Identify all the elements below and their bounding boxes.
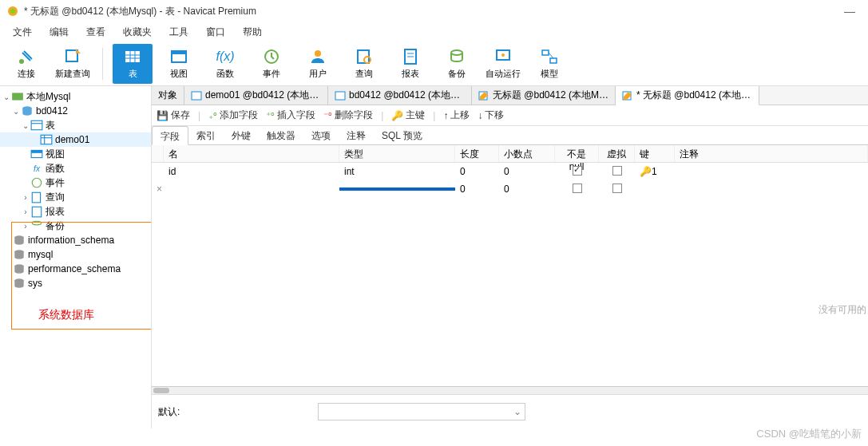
connection-icon bbox=[11, 91, 24, 102]
menu-edit[interactable]: 编辑 bbox=[42, 24, 77, 41]
cell-name[interactable] bbox=[164, 187, 339, 191]
horizontal-scrollbar[interactable] bbox=[152, 386, 868, 394]
tree-views[interactable]: 视图 bbox=[0, 147, 151, 161]
function-icon: f(x) bbox=[216, 47, 235, 66]
checkbox-icon[interactable] bbox=[612, 184, 622, 193]
cell-decimal[interactable]: 0 bbox=[499, 164, 555, 179]
menu-view[interactable]: 查看 bbox=[78, 24, 113, 41]
table-row[interactable]: id int 0 0 🔑1 bbox=[152, 163, 868, 180]
minimize-button[interactable]: — bbox=[838, 5, 862, 18]
subtab-fields[interactable]: 字段 bbox=[152, 126, 188, 145]
toolbar-autorun[interactable]: 自动运行 bbox=[483, 44, 523, 84]
tree-connection[interactable]: ⌄ 本地Mysql bbox=[0, 89, 151, 104]
subtab-comment[interactable]: 注释 bbox=[339, 126, 374, 144]
col-name[interactable]: 名 bbox=[164, 145, 339, 162]
menu-window[interactable]: 窗口 bbox=[198, 24, 233, 41]
cell-comment[interactable] bbox=[675, 170, 868, 173]
toolbar-connect[interactable]: 连接 bbox=[6, 44, 46, 84]
tree-database[interactable]: ⌄ bd0412 bbox=[0, 104, 151, 118]
toolbar-backup[interactable]: 备份 bbox=[437, 44, 477, 84]
move-up-button[interactable]: ↑上移 bbox=[443, 109, 470, 122]
newquery-icon bbox=[63, 47, 82, 66]
svg-point-1 bbox=[10, 9, 15, 14]
table-row[interactable]: × 0 0 bbox=[152, 180, 868, 198]
chevron-down-icon[interactable]: ⌄ bbox=[11, 107, 21, 116]
toolbar-user[interactable]: 用户 bbox=[298, 44, 338, 84]
move-down-button[interactable]: ↓下移 bbox=[478, 109, 504, 122]
checkbox-icon[interactable] bbox=[612, 166, 622, 176]
toolbar-report[interactable]: 报表 bbox=[390, 44, 430, 84]
cell-key[interactable] bbox=[635, 187, 675, 191]
tree-functions[interactable]: fx 函数 bbox=[0, 161, 151, 176]
toolbar-model[interactable]: 模型 bbox=[529, 44, 569, 84]
toolbar-newquery[interactable]: 新建查询 bbox=[53, 44, 93, 84]
col-virtual[interactable]: 虚拟 bbox=[599, 145, 635, 162]
tree-events[interactable]: 事件 bbox=[0, 176, 151, 190]
col-key[interactable]: 键 bbox=[635, 145, 675, 162]
delete-field-button[interactable]: ⁻ᵒ删除字段 bbox=[323, 109, 373, 122]
toolbar-view[interactable]: 视图 bbox=[159, 44, 199, 84]
checkbox-checked-icon[interactable] bbox=[573, 166, 582, 176]
col-type[interactable]: 类型 bbox=[339, 145, 455, 162]
key-icon: 🔑 bbox=[391, 110, 403, 121]
primary-key-button[interactable]: 🔑主键 bbox=[391, 109, 425, 122]
tree-queries[interactable]: › 查询 bbox=[0, 190, 151, 204]
toolbar-query[interactable]: 查询 bbox=[344, 44, 384, 84]
col-comment[interactable]: 注释 bbox=[675, 145, 868, 162]
scrollbar-thumb[interactable] bbox=[153, 388, 169, 393]
tree-reports[interactable]: › 报表 bbox=[0, 204, 151, 219]
subtab-options[interactable]: 选项 bbox=[303, 126, 339, 144]
menu-help[interactable]: 帮助 bbox=[235, 24, 270, 41]
table-icon bbox=[335, 90, 346, 101]
view-icon bbox=[30, 148, 43, 160]
cell-key[interactable]: 🔑1 bbox=[635, 164, 675, 179]
menu-file[interactable]: 文件 bbox=[5, 24, 40, 41]
grid-header: 名 类型 长度 小数点 不是 null 虚拟 键 注释 bbox=[152, 145, 868, 163]
tab-objects[interactable]: 对象 bbox=[152, 86, 184, 105]
tab-untitled-1[interactable]: 无标题 @bd0412 (本地Mysql... bbox=[472, 86, 616, 105]
chevron-right-icon[interactable]: › bbox=[21, 207, 30, 216]
svg-rect-32 bbox=[31, 150, 42, 152]
tab-untitled-2[interactable]: * 无标题 @bd0412 (本地Mys... bbox=[616, 86, 759, 105]
chevron-down-icon[interactable]: ⌄ bbox=[21, 121, 30, 130]
subtab-indexes[interactable]: 索引 bbox=[188, 126, 224, 144]
toolbar-table[interactable]: 表 bbox=[113, 44, 153, 84]
subtab-triggers[interactable]: 触发器 bbox=[259, 126, 303, 144]
col-decimal[interactable]: 小数点 bbox=[499, 145, 555, 162]
subtab-fkeys[interactable]: 外键 bbox=[224, 126, 259, 144]
toolbar-function[interactable]: f(x) 函数 bbox=[205, 44, 245, 84]
cell-name[interactable]: id bbox=[164, 164, 339, 179]
cell-notnull[interactable] bbox=[555, 182, 599, 197]
tree-tables[interactable]: ⌄ 表 bbox=[0, 118, 151, 132]
chevron-right-icon[interactable]: › bbox=[21, 193, 30, 202]
svg-point-33 bbox=[32, 178, 41, 187]
cell-virtual[interactable] bbox=[599, 182, 635, 197]
cell-type-editing[interactable] bbox=[339, 187, 455, 191]
cell-length[interactable]: 0 bbox=[455, 182, 499, 196]
cell-type[interactable]: int bbox=[339, 164, 455, 179]
menu-favorites[interactable]: 收藏夹 bbox=[115, 24, 160, 41]
checkbox-icon[interactable] bbox=[573, 184, 582, 193]
cell-notnull[interactable] bbox=[555, 164, 599, 180]
save-button[interactable]: 💾保存 bbox=[157, 109, 190, 122]
chevron-down-icon[interactable]: ⌄ bbox=[2, 93, 11, 101]
cell-comment[interactable] bbox=[675, 187, 868, 191]
svg-rect-24 bbox=[12, 93, 23, 100]
col-length[interactable]: 长度 bbox=[455, 145, 499, 162]
tab-bd0412[interactable]: bd0412 @bd0412 (本地Mys... bbox=[328, 86, 472, 105]
database-icon bbox=[21, 105, 34, 116]
cell-length[interactable]: 0 bbox=[455, 164, 499, 179]
toolbar-event[interactable]: 事件 bbox=[252, 44, 291, 84]
save-icon: 💾 bbox=[157, 110, 168, 121]
col-notnull[interactable]: 不是 null bbox=[555, 145, 599, 162]
subtab-sqlpreview[interactable]: SQL 预览 bbox=[374, 126, 430, 144]
cell-decimal[interactable]: 0 bbox=[499, 182, 555, 196]
menu-tools[interactable]: 工具 bbox=[161, 24, 196, 41]
tab-demo01[interactable]: demo01 @bd0412 (本地Mys... bbox=[184, 86, 328, 105]
sidebar: ⌄ 本地Mysql ⌄ bd0412 ⌄ 表 demo01 视图 fx 函数 bbox=[0, 86, 152, 428]
add-field-button[interactable]: ₊ᵒ添加字段 bbox=[208, 109, 258, 122]
tree-table-item[interactable]: demo01 bbox=[0, 132, 151, 147]
default-value-combo[interactable]: ⌄ bbox=[318, 403, 525, 420]
insert-field-button[interactable]: ⁺ᵒ插入字段 bbox=[266, 109, 315, 122]
cell-virtual[interactable] bbox=[599, 164, 635, 180]
